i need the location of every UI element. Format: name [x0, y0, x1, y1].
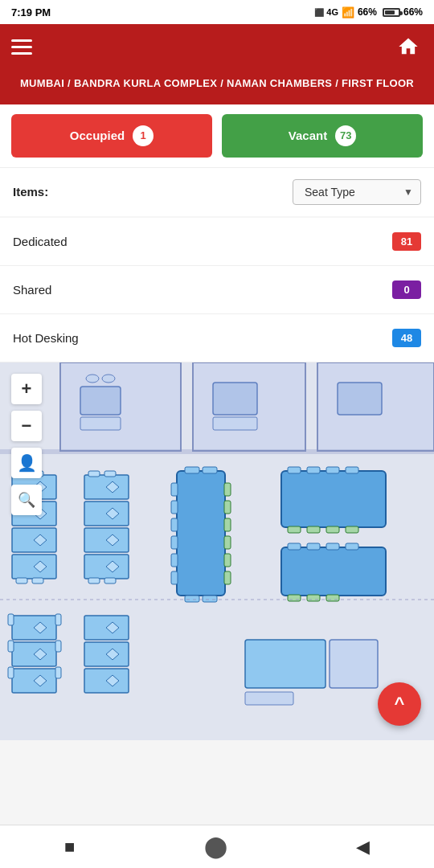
app-bar: [0, 24, 434, 69]
home-button[interactable]: [394, 32, 423, 61]
location-text: MUMBAI / BANDRA KURLA COMPLEX / NAMAN CH…: [20, 77, 414, 89]
network-label: ⬛ 4G: [314, 7, 338, 17]
svg-rect-61: [326, 526, 339, 533]
svg-rect-53: [224, 571, 231, 584]
battery-icon: [383, 8, 400, 17]
svg-rect-8: [213, 383, 257, 415]
status-icons: ⬛ 4G 📶 66% 66%: [314, 6, 423, 18]
items-row: Items: Seat Type Zone Floor ▼: [0, 167, 434, 216]
nav-square-button[interactable]: ■: [48, 830, 91, 864]
svg-rect-57: [326, 467, 339, 473]
svg-rect-63: [281, 547, 386, 596]
location-header: MUMBAI / BANDRA KURLA COMPLEX / NAMAN CH…: [0, 69, 434, 104]
svg-rect-64: [288, 543, 301, 550]
svg-rect-66: [326, 543, 339, 550]
map-search-button[interactable]: 🔍: [11, 485, 42, 515]
list-item: Shared 0: [0, 266, 434, 314]
status-bar: 7:19 PM ⬛ 4G 📶 66% 66%: [0, 0, 434, 24]
svg-rect-79: [8, 667, 14, 678]
svg-rect-67: [346, 543, 358, 550]
svg-rect-58: [346, 467, 358, 473]
svg-rect-55: [288, 467, 301, 473]
svg-rect-32: [104, 578, 116, 583]
items-label: Items:: [13, 185, 48, 199]
svg-rect-12: [0, 449, 434, 454]
seat-type-dropdown[interactable]: Seat Type Zone Floor: [293, 179, 421, 205]
floor-map[interactable]: + − 👤 🔍 ^: [0, 362, 434, 740]
home-icon: [397, 35, 420, 58]
svg-rect-52: [224, 554, 231, 567]
seat-type-count-shared: 0: [392, 280, 421, 299]
svg-rect-90: [330, 640, 378, 688]
zoom-out-icon: −: [22, 416, 32, 436]
svg-rect-29: [88, 471, 100, 477]
fab-icon: ^: [395, 694, 405, 714]
svg-rect-77: [8, 614, 14, 625]
svg-rect-89: [245, 640, 326, 688]
nav-circle-icon: ⬤: [204, 834, 227, 859]
vacant-label: Vacant: [289, 129, 327, 142]
svg-rect-65: [307, 543, 320, 550]
vacant-count: 73: [335, 125, 356, 146]
svg-rect-44: [171, 518, 178, 531]
svg-rect-38: [185, 467, 199, 473]
svg-rect-4: [80, 417, 121, 430]
svg-rect-43: [171, 501, 178, 514]
list-item: Hot Desking 48: [0, 314, 434, 362]
svg-rect-37: [177, 471, 225, 596]
fab-button[interactable]: ^: [378, 682, 421, 726]
seat-type-name-shared: Shared: [13, 283, 51, 297]
svg-rect-70: [326, 595, 339, 601]
svg-rect-49: [224, 501, 231, 514]
svg-rect-50: [224, 518, 231, 531]
time: 7:19 PM: [11, 6, 51, 18]
search-icon: 🔍: [18, 491, 35, 509]
svg-rect-48: [224, 483, 231, 496]
occupied-count: 1: [133, 125, 154, 146]
svg-rect-40: [185, 596, 199, 602]
seat-type-name-hotdesking: Hot Desking: [13, 331, 79, 345]
svg-rect-11: [338, 383, 382, 415]
signal-bars: 📶: [342, 6, 354, 18]
svg-rect-51: [224, 536, 231, 549]
svg-rect-69: [307, 595, 320, 601]
svg-rect-9: [213, 417, 257, 430]
svg-rect-81: [55, 641, 61, 652]
menu-button[interactable]: [11, 39, 32, 55]
svg-rect-68: [288, 595, 301, 601]
svg-rect-82: [55, 667, 61, 678]
map-controls: + − 👤 🔍: [11, 374, 42, 515]
svg-rect-78: [8, 641, 14, 652]
svg-rect-3: [80, 387, 121, 415]
seat-type-count-hotdesking: 48: [392, 329, 421, 347]
zoom-out-button[interactable]: −: [11, 411, 42, 441]
svg-rect-41: [203, 596, 217, 602]
avatar-icon: 👤: [17, 453, 37, 473]
svg-rect-56: [307, 467, 320, 473]
svg-point-5: [86, 375, 99, 383]
nav-home-button[interactable]: ⬤: [188, 828, 244, 866]
svg-rect-80: [55, 614, 61, 625]
seat-type-count-dedicated: 81: [392, 232, 421, 251]
svg-rect-54: [281, 471, 386, 527]
avatar-button[interactable]: 👤: [11, 448, 42, 478]
zoom-in-icon: +: [22, 379, 32, 399]
nav-back-button[interactable]: ◀: [340, 830, 386, 864]
svg-rect-31: [88, 578, 100, 583]
vacant-button[interactable]: Vacant 73: [222, 114, 423, 158]
status-buttons-section: Occupied 1 Vacant 73: [0, 104, 434, 167]
svg-rect-39: [203, 467, 217, 473]
battery-percent: 66%: [403, 6, 423, 18]
nav-back-icon: ◀: [356, 837, 370, 858]
occupied-button[interactable]: Occupied 1: [11, 114, 212, 158]
svg-rect-46: [171, 554, 178, 567]
seat-type-name-dedicated: Dedicated: [13, 235, 68, 248]
svg-rect-42: [171, 483, 178, 496]
zoom-in-button[interactable]: +: [11, 374, 42, 404]
svg-rect-30: [104, 471, 116, 477]
battery-label: 66%: [358, 6, 377, 18]
svg-rect-45: [171, 536, 178, 549]
occupied-label: Occupied: [70, 129, 125, 142]
svg-rect-91: [245, 692, 293, 705]
floor-plan-svg: [0, 362, 434, 740]
